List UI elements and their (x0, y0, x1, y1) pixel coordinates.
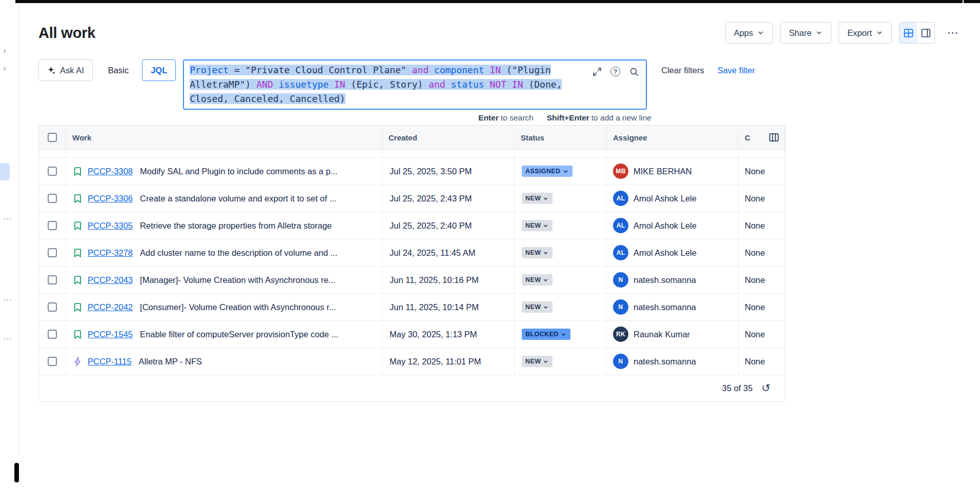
apps-button[interactable]: Apps (725, 22, 773, 44)
jql-input[interactable]: Project = "Private Cloud Control Plane" … (190, 63, 584, 106)
more-actions-button[interactable]: ⋯ (942, 22, 964, 44)
jql-search-button[interactable] (628, 66, 639, 77)
refresh-button[interactable]: ↺ (761, 383, 770, 394)
share-button[interactable]: Share (780, 22, 831, 44)
status-cell: NEW (515, 239, 607, 266)
work-cell: PCCP-1545Enable filter of computeServer … (66, 321, 382, 348)
row-checkbox[interactable] (48, 330, 57, 339)
issue-key-link[interactable]: PCCP-2042 (88, 302, 133, 312)
issue-summary[interactable]: Modify SAL and Plugin to include comment… (140, 167, 338, 176)
table-header: Work Created Status Assignee C (39, 126, 785, 150)
jql-help-button[interactable]: ? (610, 66, 621, 77)
row-checkbox-cell (39, 321, 66, 348)
work-cell: PCCP-1115Alletra MP - NFS (66, 348, 382, 375)
work-cell: PCCP-3278Add cluster name to the descrip… (66, 239, 382, 266)
created-cell: Jun 11, 2025, 10:16 PM (382, 267, 515, 293)
created-cell: Jul 24, 2025, 11:45 AM (382, 239, 515, 266)
issue-key-link[interactable]: PCCP-3305 (88, 221, 133, 231)
clear-filters-button[interactable]: Clear filters (661, 59, 704, 81)
chevron-down-icon (560, 331, 567, 338)
save-filter-button[interactable]: Save filter (718, 59, 755, 81)
row-checkbox[interactable] (48, 221, 57, 230)
avatar: AL (613, 245, 628, 260)
row-checkbox-cell (39, 185, 66, 212)
work-cell: PCCP-2043[Manager]- Volume Creation with… (66, 267, 382, 293)
table-row: PCCP-3278Add cluster name to the descrip… (39, 239, 785, 267)
row-checkbox[interactable] (48, 357, 57, 366)
story-icon (72, 275, 83, 286)
row-checkbox-cell (39, 267, 66, 293)
row-checkbox[interactable] (48, 167, 57, 176)
row-checkbox[interactable] (48, 194, 57, 203)
search-icon (629, 67, 639, 77)
chevron-down-icon (542, 250, 549, 256)
jql-query-editor[interactable]: Project = "Private Cloud Control Plane" … (183, 59, 647, 110)
avatar: MB (613, 164, 628, 179)
row-checkbox[interactable] (48, 302, 57, 312)
nav-active-item-indicator[interactable] (0, 163, 10, 180)
export-button[interactable]: Export (839, 22, 892, 44)
detail-view-button[interactable] (917, 23, 934, 43)
assignee-name: natesh.somanna (634, 357, 696, 367)
avatar: RK (613, 327, 628, 342)
status-cell: NEW (515, 212, 607, 239)
jql-mode-tab[interactable]: JQL (142, 59, 176, 81)
issue-summary[interactable]: Create a standalone volume and export it… (140, 194, 336, 204)
status-badge[interactable]: BLOCKED (522, 329, 570, 340)
table-row: PCCP-3308Modify SAL and Plugin to includ… (39, 158, 785, 185)
work-cell: PCCP-3305Retrieve the storage properties… (66, 212, 382, 239)
issue-summary[interactable]: [Consumer]- Volume Creation with Asynchr… (140, 302, 336, 312)
issue-summary[interactable]: Add cluster name to the description of v… (140, 248, 337, 258)
comments-cell: None (739, 185, 785, 212)
nav-overflow-icon[interactable]: … (3, 293, 12, 302)
status-badge[interactable]: NEW (522, 274, 553, 286)
issue-key-link[interactable]: PCCP-1115 (88, 357, 132, 367)
column-header-work[interactable]: Work (66, 126, 382, 149)
nav-overflow-icon[interactable]: … (3, 332, 12, 341)
nav-chevron-icon[interactable]: › (3, 64, 6, 72)
issue-summary[interactable]: Alletra MP - NFS (139, 357, 202, 367)
column-header-assignee[interactable]: Assignee (607, 126, 739, 149)
nav-chevron-icon[interactable]: › (3, 46, 6, 55)
work-cell: PCCP-2042[Consumer]- Volume Creation wit… (66, 294, 382, 320)
column-header-status[interactable]: Status (515, 126, 607, 149)
result-count: 35 of 35 (722, 383, 753, 393)
status-badge[interactable]: NEW (522, 356, 553, 367)
issue-key-link[interactable]: PCCP-2043 (88, 275, 133, 285)
issue-summary[interactable]: [Manager]- Volume Creation with Asynchro… (140, 275, 336, 285)
comments-cell: None (739, 348, 785, 375)
comments-cell: None (739, 239, 785, 266)
columns-icon (768, 132, 780, 143)
column-header-created[interactable]: Created (382, 126, 515, 149)
list-view-button[interactable] (900, 23, 917, 43)
issue-key-link[interactable]: PCCP-1545 (88, 330, 133, 339)
table-row: PCCP-2043[Manager]- Volume Creation with… (39, 267, 785, 294)
chevron-down-icon (542, 358, 549, 365)
issue-key-link[interactable]: PCCP-3308 (88, 167, 133, 176)
assignee-cell: ALAmol Ashok Lele (607, 185, 739, 212)
configure-columns-button[interactable] (768, 132, 780, 143)
issue-key-link[interactable]: PCCP-3306 (88, 194, 133, 204)
status-badge[interactable]: ASSIGNED (522, 166, 573, 177)
row-checkbox[interactable] (48, 275, 57, 284)
status-badge[interactable]: NEW (522, 193, 553, 204)
status-badge[interactable]: NEW (522, 301, 553, 313)
issue-summary[interactable]: Enable filter of computeServer provision… (140, 330, 338, 339)
row-checkbox[interactable] (48, 248, 57, 257)
comments-cell: None (739, 294, 785, 320)
status-badge[interactable]: NEW (522, 247, 553, 258)
issue-key-link[interactable]: PCCP-3278 (88, 248, 133, 258)
select-all-checkbox[interactable] (48, 133, 57, 142)
work-items-table: Work Created Status Assignee C PCCP-3308… (38, 125, 785, 402)
comments-cell: None (739, 158, 785, 185)
row-checkbox-cell (39, 348, 66, 375)
chevron-down-icon (542, 195, 549, 202)
ask-ai-button[interactable]: Ask AI (38, 59, 93, 81)
status-badge[interactable]: NEW (522, 220, 553, 231)
issue-summary[interactable]: Retrieve the storage properties from All… (140, 221, 332, 231)
basic-mode-tab[interactable]: Basic (100, 59, 137, 81)
nav-overflow-icon[interactable]: … (3, 212, 12, 221)
table-row: PCCP-1545Enable filter of computeServer … (39, 321, 785, 348)
select-all-cell (39, 126, 66, 149)
expand-editor-button[interactable] (591, 66, 602, 77)
